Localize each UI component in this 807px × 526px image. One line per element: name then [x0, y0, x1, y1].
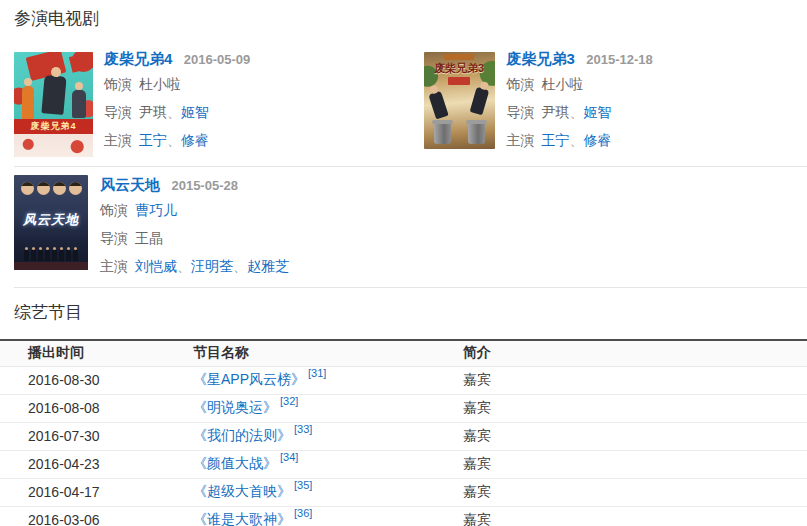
- baike-filmography-page: 参演电视剧 废柴兄弟4 废柴兄弟4 2016-05-09: [0, 0, 807, 526]
- poster-art: [469, 87, 489, 116]
- table-row: 2016-04-17 《超级大首映》[35] 嘉宾: [0, 478, 807, 506]
- credit-label: 饰演: [104, 76, 132, 92]
- person-link[interactable]: 赵雅芝: [247, 258, 289, 274]
- cell-air-date: 2016-08-08: [0, 394, 193, 422]
- credit-names: 杜小啦: [542, 76, 584, 92]
- person-text: 、: [177, 258, 191, 274]
- program-link[interactable]: 《超级大首映》: [193, 483, 291, 499]
- drama-poster-feichai3[interactable]: 废柴兄弟3: [424, 52, 495, 149]
- section-title-variety-shows: 综艺节目: [14, 303, 807, 322]
- cell-program-name: 《超级大首映》[35]: [193, 478, 463, 506]
- credit-line-director: 导演尹琪、姬智: [104, 98, 250, 126]
- drama-poster-feichai4[interactable]: 废柴兄弟4: [14, 52, 93, 157]
- drama-entry-feichai4: 废柴兄弟4 废柴兄弟4 2016-05-09 饰演杜小啦 导演尹琪、姬智: [0, 47, 404, 157]
- person-link[interactable]: 修睿: [584, 132, 612, 148]
- poster-art: [18, 248, 84, 261]
- poster-art: [444, 54, 474, 60]
- poster-art: [41, 75, 66, 115]
- person-link[interactable]: 王宁: [139, 132, 167, 148]
- cell-air-date: 2016-04-17: [0, 478, 193, 506]
- person-link[interactable]: 汪明荃: [191, 258, 233, 274]
- poster-art: [22, 86, 34, 120]
- person-text: 尹琪: [542, 104, 570, 120]
- poster-art: [14, 262, 88, 270]
- person-link[interactable]: 姬智: [181, 104, 209, 120]
- person-link[interactable]: 姬智: [584, 104, 612, 120]
- drama-air-date: 2015-05-28: [171, 178, 238, 193]
- poster-art: [468, 123, 485, 144]
- program-link[interactable]: 《我们的法则》: [193, 427, 291, 443]
- program-link[interactable]: 《颜值大战》: [193, 455, 277, 471]
- table-row: 2016-07-30 《我们的法则》[33] 嘉宾: [0, 422, 807, 450]
- person-link[interactable]: 曹巧儿: [135, 202, 177, 218]
- drama-poster-fengyuntiandi[interactable]: 风云天地: [14, 175, 88, 270]
- cell-program-name: 《颜值大战》[34]: [193, 450, 463, 478]
- citation-ref-link[interactable]: [35]: [294, 479, 312, 491]
- credit-names: 曹巧儿: [135, 202, 177, 218]
- drama-title-link[interactable]: 废柴兄弟4: [104, 50, 172, 67]
- credit-label: 主演: [104, 132, 132, 148]
- person-link[interactable]: 王宁: [542, 132, 570, 148]
- cell-program-name: 《我们的法则》[33]: [193, 422, 463, 450]
- citation-ref-link[interactable]: [34]: [280, 451, 298, 463]
- cell-role: 嘉宾: [463, 506, 807, 526]
- drama-info: 废柴兄弟3 2015-12-18 饰演杜小啦 导演尹琪、姬智 主演王宁、修睿: [507, 47, 653, 157]
- citation-ref-link[interactable]: [31]: [308, 367, 326, 379]
- poster-art: [72, 90, 86, 118]
- divider: [14, 287, 807, 288]
- citation-ref-link[interactable]: [32]: [280, 395, 298, 407]
- person-text: 、: [233, 258, 247, 274]
- person-text: 、: [570, 132, 584, 148]
- person-link[interactable]: 修睿: [181, 132, 209, 148]
- poster-art: [428, 91, 448, 120]
- poster-caption: 废柴兄弟4: [14, 119, 93, 134]
- divider: [14, 166, 807, 167]
- credit-names: 尹琪、姬智: [542, 104, 612, 120]
- person-text: 杜小啦: [542, 76, 584, 92]
- cell-role: 嘉宾: [463, 422, 807, 450]
- col-header-intro: 简介: [463, 340, 807, 366]
- section-title-tv-dramas: 参演电视剧: [14, 9, 807, 28]
- credit-names: 王晶: [135, 230, 163, 246]
- drama-entry-fengyuntiandi: 风云天地 风云天地 2015-05-28 饰演曹巧儿 导演王晶: [0, 173, 404, 280]
- table-header-row: 播出时间 节目名称 简介: [0, 340, 807, 366]
- drama-title-link[interactable]: 风云天地: [100, 176, 160, 193]
- citation-ref-link[interactable]: [36]: [294, 507, 312, 519]
- table-row: 2016-04-23 《颜值大战》[34] 嘉宾: [0, 450, 807, 478]
- credit-names: 杜小啦: [139, 76, 181, 92]
- credit-label: 导演: [507, 104, 535, 120]
- poster-caption: 风云天地: [14, 211, 88, 229]
- person-link[interactable]: 刘恺威: [135, 258, 177, 274]
- credit-label: 饰演: [507, 76, 535, 92]
- cell-program-name: 《明说奥运》[32]: [193, 394, 463, 422]
- credit-line-director: 导演尹琪、姬智: [507, 98, 653, 126]
- table-row: 2016-03-06 《谁是大歌神》[36] 嘉宾: [0, 506, 807, 526]
- cell-role: 嘉宾: [463, 394, 807, 422]
- drama-title-line: 废柴兄弟4 2016-05-09: [104, 49, 250, 70]
- person-text: 、: [570, 104, 584, 120]
- drama-entry-feichai3: 废柴兄弟3 废柴兄弟3 2015-12-18 饰演杜小啦: [404, 47, 807, 157]
- credit-label: 导演: [104, 104, 132, 120]
- citation-ref-link[interactable]: [33]: [294, 423, 312, 435]
- program-link[interactable]: 《明说奥运》: [193, 399, 277, 415]
- program-link[interactable]: 《星APP风云榜》: [193, 371, 305, 387]
- credit-line-starring: 主演王宁、修睿: [507, 126, 653, 154]
- poster-art: [14, 134, 93, 157]
- program-link[interactable]: 《谁是大歌神》: [193, 511, 291, 526]
- poster-caption: 废柴兄弟3: [424, 61, 495, 76]
- credit-label: 主演: [100, 258, 128, 274]
- cell-air-date: 2016-03-06: [0, 506, 193, 526]
- drama-title-link[interactable]: 废柴兄弟3: [507, 50, 575, 67]
- credit-names: 王宁、修睿: [542, 132, 612, 148]
- credit-line-role: 饰演杜小啦: [507, 70, 653, 98]
- cell-program-name: 《星APP风云榜》[31]: [193, 366, 463, 394]
- credit-names: 王宁、修睿: [139, 132, 209, 148]
- credit-line-starring: 主演刘恺威、汪明荃、赵雅芝: [100, 252, 289, 280]
- person-text: 王晶: [135, 230, 163, 246]
- drama-title-line: 废柴兄弟3 2015-12-18: [507, 49, 653, 70]
- cell-air-date: 2016-07-30: [0, 422, 193, 450]
- person-text: 杜小啦: [139, 76, 181, 92]
- poster-art: [434, 123, 451, 144]
- table-row: 2016-08-08 《明说奥运》[32] 嘉宾: [0, 394, 807, 422]
- cell-role: 嘉宾: [463, 478, 807, 506]
